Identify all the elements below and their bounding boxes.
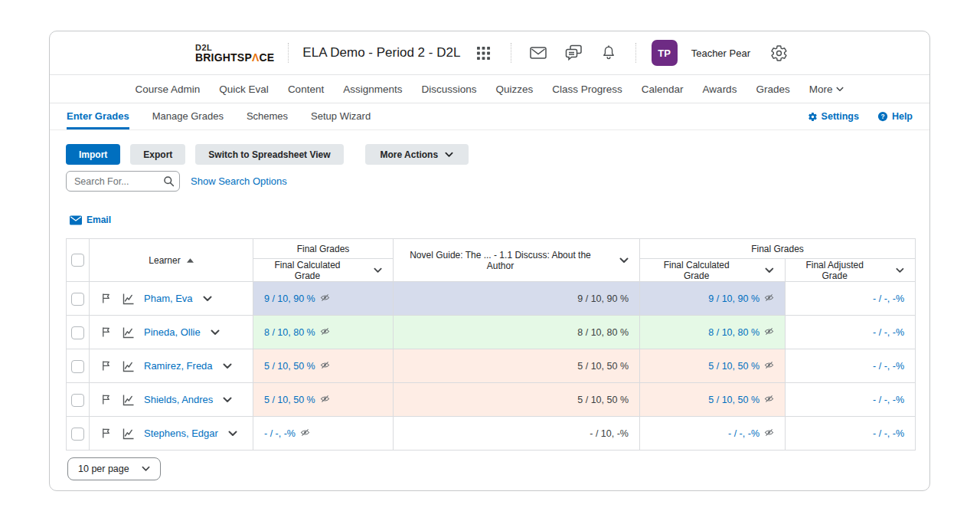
event-log-chart-icon[interactable] [122,394,134,406]
email-selected-link[interactable]: Email [70,215,111,225]
final-calculated-grade-cell[interactable]: 9 / 10, 90 % [640,282,786,316]
final-calculated-grade-cell[interactable]: 5 / 10, 50 % [640,349,786,383]
nav-grades[interactable]: Grades [756,84,789,95]
tab-manage-grades[interactable]: Manage Grades [152,103,224,129]
email-icon[interactable] [527,41,550,64]
final-adjusted-grade-cell[interactable]: - / -, -% [786,383,916,417]
row-checkbox[interactable] [71,293,84,306]
chevron-down-icon [374,267,382,274]
learner-name-link[interactable]: Pham, Eva [144,293,193,304]
apps-grid-icon[interactable] [472,41,495,64]
event-log-chart-icon[interactable] [122,428,134,440]
activity-grade-cell[interactable]: 5 / 10, 50 % [394,349,640,383]
table-row: Ramirez, Freda 5 / 10, 50 % 5 / 10, 50 %… [67,349,916,383]
learner-name-link[interactable]: Stephens, Edgar [144,428,218,439]
chevron-down-icon[interactable] [223,363,232,369]
nav-calendar[interactable]: Calendar [642,84,684,95]
nav-course-admin[interactable]: Course Admin [136,84,201,95]
brightspace-logo[interactable]: D2L BRIGHTSPΛCE [195,44,274,63]
flag-icon[interactable] [100,326,112,338]
settings-button[interactable]: Settings [808,111,859,122]
export-button[interactable]: Export [130,144,185,165]
eye-slash-icon [764,360,774,372]
event-log-chart-icon[interactable] [122,293,134,305]
nav-more[interactable]: More [809,84,844,95]
user-name[interactable]: Teacher Pear [691,48,750,59]
sort-ascending-icon [187,258,194,263]
eye-slash-icon [300,428,310,440]
course-title[interactable]: ELA Demo - Period 2 - D2L [302,45,460,61]
activity-grade-cell[interactable]: 8 / 10, 80 % [394,316,640,349]
nav-discussions[interactable]: Discussions [421,84,476,95]
learner-column-header[interactable]: Learner [90,239,253,282]
final-adjusted-grade-cell[interactable]: - / -, -% [786,316,916,349]
final-calculated-grade-cell[interactable]: - / -, -% [253,417,394,451]
final-calculated-grade-header[interactable]: Final Calculated Grade [253,259,394,282]
final-calculated-grade-cell[interactable]: 8 / 10, 80 % [253,316,394,349]
chat-icon[interactable] [562,41,585,64]
final-calculated-grade-header[interactable]: Final Calculated Grade [640,259,786,282]
switch-spreadsheet-view-button[interactable]: Switch to Spreadsheet View [195,144,343,165]
final-calculated-grade-cell[interactable]: - / -, -% [640,417,786,451]
final-adjusted-grade-cell[interactable]: - / -, -% [786,349,916,383]
chevron-down-icon[interactable] [228,431,237,437]
activity-grade-cell[interactable]: 9 / 10, 90 % [394,282,640,316]
show-search-options-link[interactable]: Show Search Options [191,175,287,187]
activity-grade-cell[interactable]: - / 10, -% [394,417,640,451]
nav-quick-eval[interactable]: Quick Eval [219,84,269,95]
chevron-down-icon [445,152,453,158]
help-button[interactable]: ? Help [877,111,913,122]
learner-name-link[interactable]: Ramirez, Freda [144,360,213,372]
flag-icon[interactable] [100,394,112,405]
search-icon[interactable] [163,175,175,190]
row-checkbox[interactable] [71,394,84,407]
final-grades-group-header: Final Grades [640,239,916,259]
chevron-down-icon [765,267,774,274]
per-page-select[interactable]: 10 per page [67,457,161,480]
eye-slash-icon [320,394,330,406]
learner-name-link[interactable]: Shields, Andres [144,394,213,405]
divider [288,43,289,63]
chevron-down-icon[interactable] [203,296,212,302]
chevron-down-icon[interactable] [223,397,232,403]
more-actions-button[interactable]: More Actions [365,144,469,165]
final-adjusted-grade-cell[interactable]: - / -, -% [786,282,916,316]
activity-column-header[interactable]: Novel Guide: The ... - 1.1 Discuss: Abou… [394,239,640,282]
chevron-down-icon [836,87,844,92]
activity-grade-cell[interactable]: 5 / 10, 50 % [394,383,640,417]
row-checkbox[interactable] [71,428,84,441]
chevron-down-icon[interactable] [211,329,220,336]
flag-icon[interactable] [100,360,112,372]
nav-quizzes[interactable]: Quizzes [496,84,534,95]
nav-class-progress[interactable]: Class Progress [552,84,622,95]
nav-content[interactable]: Content [288,84,324,95]
avatar[interactable]: TP [652,40,678,66]
final-calculated-grade-cell[interactable]: 8 / 10, 80 % [640,316,786,349]
nav-awards[interactable]: Awards [703,84,737,95]
final-calculated-grade-cell[interactable]: 9 / 10, 90 % [253,282,394,316]
import-button[interactable]: Import [66,144,120,165]
final-adjusted-grade-cell[interactable]: - / -, -% [786,417,916,451]
final-calculated-grade-cell[interactable]: 5 / 10, 50 % [253,383,394,417]
final-calculated-grade-cell[interactable]: 5 / 10, 50 % [253,349,394,383]
row-checkbox[interactable] [71,326,84,339]
row-checkbox[interactable] [71,360,84,373]
table-row: Pineda, Ollie 8 / 10, 80 % 8 / 10, 80 % … [67,316,916,349]
gear-icon[interactable] [767,41,790,64]
flag-icon[interactable] [100,428,112,439]
flag-icon[interactable] [100,293,112,304]
select-all-checkbox[interactable] [71,254,84,267]
select-all-header [67,239,90,282]
tab-enter-grades[interactable]: Enter Grades [67,103,129,129]
event-log-chart-icon[interactable] [122,360,134,372]
final-calculated-grade-cell[interactable]: 5 / 10, 50 % [640,383,786,417]
learner-name-link[interactable]: Pineda, Ollie [144,326,201,338]
final-adjusted-grade-header[interactable]: Final Adjusted Grade [786,259,916,282]
brightspace-window: D2L BRIGHTSPΛCE ELA Demo - Period 2 - D2… [49,31,930,491]
grades-toolbar: Import Export Switch to Spreadsheet View… [66,144,913,165]
tab-setup-wizard[interactable]: Setup Wizard [311,103,371,129]
notifications-bell-icon[interactable] [597,41,620,64]
nav-assignments[interactable]: Assignments [343,84,402,95]
event-log-chart-icon[interactable] [122,326,134,339]
tab-schemes[interactable]: Schemes [247,103,288,129]
